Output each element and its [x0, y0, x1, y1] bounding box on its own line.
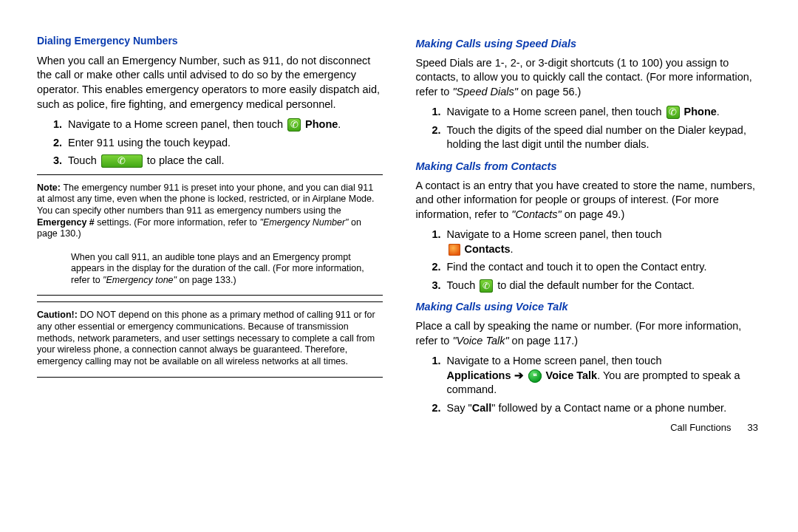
voice-talk-intro: Place a call by speaking the name or num… [416, 319, 762, 348]
voice-talk-icon [528, 369, 542, 383]
step-3: Touch to place the call. [65, 154, 383, 168]
note-box: Note: The emergency number 911 is preset… [37, 181, 383, 290]
contacts-steps: Navigate to a Home screen panel, then to… [416, 228, 762, 293]
divider [37, 174, 383, 175]
divider [37, 301, 383, 302]
sd-step-1: Navigate to a Home screen panel, then to… [444, 105, 762, 120]
c-step-2: Find the contact and touch it to open th… [444, 260, 762, 275]
right-column: Making Calls using Speed Dials Speed Dia… [416, 30, 762, 434]
heading-from-contacts: Making Calls from Contacts [416, 160, 762, 174]
v-step-2: Say "Call" followed by a Contact name or… [444, 401, 762, 416]
note-para2: When you call 911, an audible tone plays… [37, 252, 383, 287]
heading-dialing-emergency: Dialing Emergency Numbers [37, 34, 383, 48]
c-step-1: Navigate to a Home screen panel, then to… [444, 228, 762, 256]
contacts-intro: A contact is an entry that you have crea… [416, 179, 762, 222]
divider [37, 377, 383, 378]
phone-icon [287, 118, 301, 132]
speed-dials-intro: Speed Dials are 1-, 2-, or 3-digit short… [416, 56, 762, 100]
step-1: Navigate to a Home screen panel, then to… [65, 117, 383, 132]
v-step-1: Navigate to a Home screen panel, then to… [444, 354, 762, 398]
page-footer: Call Functions33 [416, 421, 762, 434]
emergency-steps: Navigate to a Home screen panel, then to… [37, 117, 383, 168]
call-icon [480, 279, 493, 293]
intro-text: When you call an Emergency Number, such … [37, 54, 383, 112]
sd-step-2: Touch the digits of the speed dial numbe… [444, 123, 762, 152]
page-number: 33 [748, 422, 758, 433]
caution-box: Caution!: DO NOT depend on this phone as… [37, 308, 383, 370]
contacts-icon [449, 244, 460, 256]
left-column: Dialing Emergency Numbers When you call … [37, 30, 383, 434]
step-2: Enter 911 using the touch keypad. [65, 136, 383, 151]
speed-dial-steps: Navigate to a Home screen panel, then to… [416, 105, 762, 152]
c-step-3: Touch to dial the default number for the… [444, 279, 762, 293]
heading-voice-talk: Making Calls using Voice Talk [416, 300, 762, 315]
divider [37, 295, 383, 296]
phone-icon [666, 106, 680, 119]
call-button-icon [101, 154, 143, 168]
footer-label: Call Functions [670, 422, 731, 433]
voice-talk-steps: Navigate to a Home screen panel, then to… [416, 354, 762, 415]
heading-speed-dials: Making Calls using Speed Dials [416, 37, 762, 52]
